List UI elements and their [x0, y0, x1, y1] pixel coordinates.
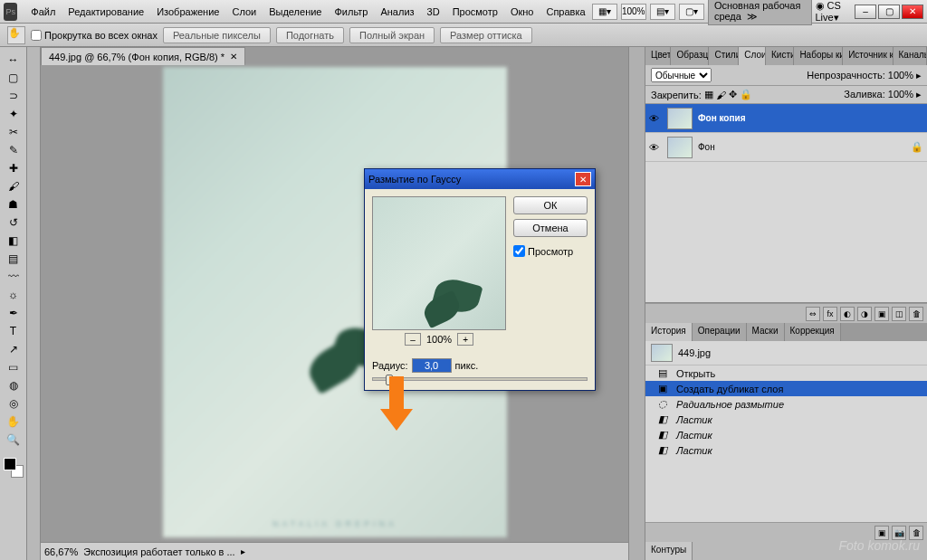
- wand-tool[interactable]: ✦: [3, 105, 24, 123]
- layer-thumb[interactable]: [667, 108, 693, 129]
- tab-styles[interactable]: Стили: [709, 47, 739, 65]
- hand-tool-icon[interactable]: ✋: [7, 26, 25, 44]
- lock-transparent-icon[interactable]: ▦: [704, 89, 713, 100]
- tab-channels[interactable]: Каналы: [894, 47, 927, 65]
- history-item[interactable]: ◌Радиальное размытие: [645, 396, 927, 412]
- brush-tool[interactable]: 🖌: [3, 177, 24, 195]
- tab-actions[interactable]: Операции: [693, 323, 747, 341]
- eraser-tool[interactable]: ◧: [3, 232, 24, 250]
- path-tool[interactable]: ↗: [3, 340, 24, 358]
- actual-pixels-button[interactable]: Реальные пикселы: [163, 27, 271, 43]
- mask-icon[interactable]: ◐: [840, 307, 855, 321]
- preview-checkbox[interactable]: Просмотр: [513, 245, 588, 257]
- zoom-out-button[interactable]: –: [405, 333, 421, 346]
- collapsed-panel-strip-right[interactable]: [628, 47, 645, 560]
- zoom-readout[interactable]: 66,67%: [44, 546, 78, 557]
- camera-tool[interactable]: ◎: [3, 394, 24, 413]
- stamp-tool[interactable]: ☗: [3, 195, 24, 214]
- menu-layers[interactable]: Слои: [225, 6, 263, 17]
- menu-filter[interactable]: Фильтр: [329, 6, 375, 17]
- blur-tool[interactable]: 〰: [3, 268, 24, 286]
- pen-tool[interactable]: ✒: [3, 304, 24, 322]
- layer-row[interactable]: 👁 Фон копия: [645, 104, 927, 133]
- visibility-icon[interactable]: 👁: [649, 113, 662, 124]
- gradient-tool[interactable]: ▤: [3, 250, 24, 268]
- link-icon[interactable]: ⇔: [806, 307, 820, 321]
- arrange-dropdown[interactable]: ▤▾: [650, 4, 675, 20]
- color-swatches[interactable]: [4, 458, 24, 478]
- tab-adjustments[interactable]: Коррекция: [785, 323, 841, 341]
- dodge-tool[interactable]: ☼: [3, 286, 24, 304]
- marquee-tool[interactable]: ▢: [3, 69, 24, 87]
- menu-window[interactable]: Окно: [504, 6, 540, 17]
- history-item[interactable]: ▤Открыть: [645, 365, 927, 381]
- layer-thumb[interactable]: [667, 137, 693, 158]
- fullscreen-button[interactable]: Полный экран: [349, 27, 435, 43]
- trash-icon[interactable]: 🗑: [909, 307, 923, 321]
- window-minimize[interactable]: –: [855, 5, 876, 19]
- tab-brushes[interactable]: Кисти: [766, 47, 794, 65]
- window-close[interactable]: ✕: [902, 5, 923, 19]
- dialog-titlebar[interactable]: Размытие по Гауссу ✕: [365, 169, 595, 189]
- history-item[interactable]: ◧Ластик: [645, 442, 927, 458]
- crop-tool[interactable]: ✂: [3, 123, 24, 141]
- radius-input[interactable]: [412, 358, 452, 373]
- shape-tool[interactable]: ▭: [3, 358, 24, 376]
- menu-select[interactable]: Выделение: [263, 6, 328, 17]
- launch-dropdown[interactable]: ▦▾: [592, 4, 617, 20]
- lock-all-icon[interactable]: 🔒: [740, 89, 752, 100]
- history-item[interactable]: ▣Создать дубликат слоя: [645, 381, 927, 396]
- tab-swatches[interactable]: Образцы: [671, 47, 709, 65]
- lock-position-icon[interactable]: ✥: [729, 89, 737, 100]
- menu-3d[interactable]: 3D: [421, 6, 446, 17]
- history-item[interactable]: ◧Ластик: [645, 412, 927, 427]
- document-tab[interactable]: 449.jpg @ 66,7% (Фон копия, RGB/8) *✕: [41, 47, 245, 65]
- layer-row[interactable]: 👁 Фон 🔒: [645, 133, 927, 162]
- radius-slider[interactable]: [372, 377, 588, 381]
- history-item[interactable]: ◧Ластик: [645, 427, 927, 442]
- heal-tool[interactable]: ✚: [3, 159, 24, 177]
- ok-button[interactable]: ОК: [513, 196, 588, 214]
- menu-image[interactable]: Изображение: [150, 6, 225, 17]
- tab-masks[interactable]: Маски: [747, 323, 785, 341]
- fill-value[interactable]: 100%: [888, 89, 913, 100]
- zoom-tool[interactable]: 🔍: [3, 431, 24, 449]
- tab-layers[interactable]: Слои: [739, 47, 766, 65]
- dialog-close-icon[interactable]: ✕: [575, 172, 591, 186]
- fit-button[interactable]: Подогнать: [276, 27, 344, 43]
- close-tab-icon[interactable]: ✕: [230, 52, 237, 62]
- tab-brushsets[interactable]: Наборы кист: [794, 47, 843, 65]
- type-tool[interactable]: T: [3, 322, 24, 340]
- group-icon[interactable]: ▣: [874, 307, 889, 321]
- menu-help[interactable]: Справка: [540, 6, 591, 17]
- printsize-button[interactable]: Размер оттиска: [440, 27, 532, 43]
- fx-icon[interactable]: fx: [823, 307, 837, 321]
- tab-clonesrc[interactable]: Источник кло: [843, 47, 893, 65]
- menu-edit[interactable]: Редактирование: [62, 6, 150, 17]
- visibility-icon[interactable]: 👁: [649, 142, 662, 153]
- zoom-dropdown[interactable]: 100%: [621, 4, 646, 20]
- zoom-in-button[interactable]: +: [457, 333, 473, 346]
- hand-tool[interactable]: ✋: [3, 413, 24, 431]
- scroll-all-checkbox[interactable]: Прокрутка во всех окнах: [31, 30, 158, 41]
- move-tool[interactable]: ↔: [3, 51, 24, 69]
- tab-color[interactable]: Цвет: [645, 47, 671, 65]
- window-maximize[interactable]: ▢: [878, 5, 900, 19]
- opacity-value[interactable]: 100%: [888, 70, 913, 81]
- cslive-button[interactable]: ◉ CS Live▾: [816, 0, 852, 24]
- collapsed-panel-strip-left[interactable]: [27, 47, 41, 560]
- tab-history[interactable]: История: [645, 323, 693, 341]
- tab-paths[interactable]: Контуры: [645, 542, 693, 560]
- 3d-tool[interactable]: ◍: [3, 376, 24, 394]
- blend-mode-select[interactable]: Обычные: [651, 68, 712, 82]
- eyedropper-tool[interactable]: ✎: [3, 141, 24, 159]
- menu-view[interactable]: Просмотр: [446, 6, 504, 17]
- workspace-switcher[interactable]: Основная рабочая среда ≫: [708, 0, 812, 25]
- cancel-button[interactable]: Отмена: [513, 219, 588, 237]
- history-snapshot[interactable]: 449.jpg: [645, 341, 927, 365]
- menu-file[interactable]: Файл: [24, 6, 62, 17]
- historybrush-tool[interactable]: ↺: [3, 214, 24, 232]
- lasso-tool[interactable]: ⊃: [3, 87, 24, 105]
- newlayer-icon[interactable]: ◫: [892, 307, 906, 321]
- menu-analysis[interactable]: Анализ: [374, 6, 420, 17]
